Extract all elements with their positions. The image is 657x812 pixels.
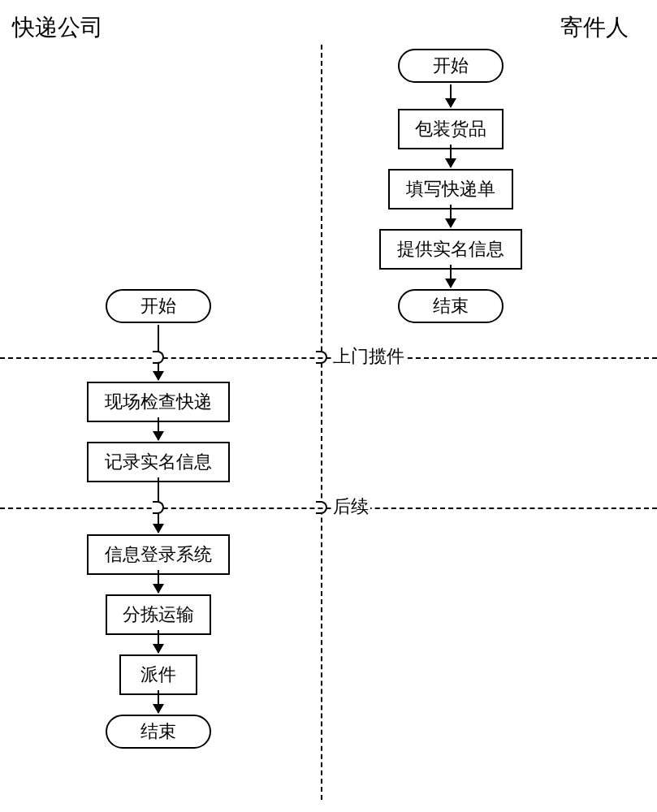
- left-step4: 分拣运输: [106, 594, 211, 635]
- flow-arc: [153, 351, 164, 364]
- arrow: [158, 630, 159, 653]
- right-step1: 包装货品: [398, 109, 504, 149]
- right-start: 开始: [398, 49, 504, 83]
- swimlane-divider: [321, 45, 322, 800]
- phase-label-followup: 后续: [331, 495, 370, 519]
- arrow: [450, 145, 452, 167]
- arrow: [158, 417, 159, 440]
- left-step3: 信息登录系统: [87, 534, 230, 575]
- right-step3: 提供实名信息: [379, 229, 522, 270]
- phase-divider-pickup: [0, 357, 657, 359]
- right-end: 结束: [398, 289, 504, 323]
- left-end: 结束: [106, 715, 211, 749]
- arrow: [158, 570, 159, 593]
- flow-arc: [153, 501, 164, 514]
- right-step2: 填写快递单: [388, 169, 513, 209]
- swimlane-title-left: 快递公司: [12, 12, 103, 43]
- left-step1: 现场检查快递: [87, 382, 230, 422]
- arrow: [450, 84, 452, 107]
- phase-label-pickup: 上门揽件: [331, 344, 406, 369]
- phase-divider-followup: [0, 508, 657, 509]
- left-step5: 派件: [119, 654, 197, 695]
- left-step2: 记录实名信息: [87, 442, 230, 482]
- swimlane-title-right: 寄件人: [560, 12, 629, 43]
- arrow: [158, 690, 159, 713]
- arrow: [450, 265, 452, 287]
- arrow: [450, 205, 452, 227]
- left-start: 开始: [106, 289, 211, 323]
